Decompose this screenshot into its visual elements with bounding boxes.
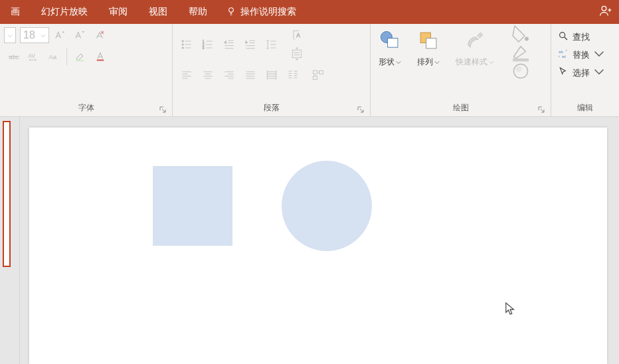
svg-rect-65 xyxy=(313,76,317,80)
shape-fill-button[interactable] xyxy=(509,27,533,41)
svg-point-8 xyxy=(182,41,184,43)
strikethrough-button[interactable]: abc xyxy=(4,48,23,65)
tell-me-label: 操作说明搜索 xyxy=(240,6,296,18)
svg-text:ab: ab xyxy=(559,50,563,54)
slide-thumbnail-panel[interactable] xyxy=(0,117,20,364)
bullets-button[interactable] xyxy=(177,36,197,53)
separator xyxy=(66,48,67,65)
share-button[interactable] xyxy=(599,4,612,19)
group-editing: 查找 abac 替换 选择 编辑 xyxy=(551,24,619,116)
quick-styles-button[interactable]: 快速样式 xyxy=(452,27,498,70)
chevron-down-icon xyxy=(594,48,604,61)
font-color-button[interactable] xyxy=(91,48,110,65)
group-label-editing: 编辑 xyxy=(555,100,615,116)
font-size-value: 18 xyxy=(23,29,35,41)
svg-rect-64 xyxy=(319,70,323,74)
dialog-launcher-icon[interactable] xyxy=(537,106,545,114)
svg-rect-7 xyxy=(97,60,104,61)
numbering-button[interactable]: 123 xyxy=(198,36,218,53)
character-spacing-button[interactable]: AV xyxy=(24,48,43,65)
workspace xyxy=(0,117,619,364)
align-text-button[interactable] xyxy=(286,45,308,62)
replace-icon: abac xyxy=(558,48,569,61)
quick-styles-icon xyxy=(464,29,486,54)
find-button[interactable]: 查找 xyxy=(555,29,615,45)
group-label-drawing: 绘图 xyxy=(375,100,547,116)
group-label-paragraph: 段落 xyxy=(177,100,366,116)
shapes-button[interactable]: 形状 xyxy=(375,27,405,70)
svg-rect-63 xyxy=(313,70,317,74)
shape-rectangle[interactable] xyxy=(153,166,232,246)
chevron-down-icon xyxy=(41,29,46,41)
font-size-combo[interactable]: 18 xyxy=(20,27,49,43)
tab-animation[interactable]: 画 xyxy=(0,0,31,24)
tab-review[interactable]: 审阅 xyxy=(98,0,138,24)
decrease-font-button[interactable] xyxy=(70,27,89,44)
svg-point-0 xyxy=(229,7,234,12)
align-left-button[interactable] xyxy=(177,66,197,84)
line-spacing-button[interactable] xyxy=(262,36,282,53)
search-icon xyxy=(558,31,569,43)
svg-rect-6 xyxy=(76,60,84,61)
tab-help[interactable]: 帮助 xyxy=(178,0,218,24)
clear-formatting-button[interactable] xyxy=(90,27,109,44)
dialog-launcher-icon[interactable] xyxy=(159,106,167,114)
select-button[interactable]: 选择 xyxy=(555,65,615,80)
slide[interactable] xyxy=(29,128,607,364)
find-label: 查找 xyxy=(573,31,590,43)
align-center-button[interactable] xyxy=(198,66,218,84)
shape-effects-button[interactable] xyxy=(509,64,533,78)
slide-thumbnail[interactable] xyxy=(3,121,11,267)
svg-point-10 xyxy=(182,47,184,49)
svg-point-1 xyxy=(602,6,606,11)
select-label: 选择 xyxy=(573,67,590,79)
shapes-icon xyxy=(379,29,401,54)
svg-text:AV: AV xyxy=(29,53,36,59)
group-drawing: 形状 排列 快速样式 绘图 xyxy=(371,24,551,116)
svg-rect-67 xyxy=(388,39,398,48)
group-paragraph: 123 A 段落 xyxy=(173,24,371,116)
menu-bar: 画 幻灯片放映 审阅 视图 帮助 操作说明搜索 xyxy=(0,0,619,24)
group-label-font: 字体 xyxy=(4,100,168,116)
svg-point-74 xyxy=(560,33,565,38)
shape-circle[interactable] xyxy=(282,161,372,251)
svg-line-75 xyxy=(565,37,567,40)
ribbon: 18 abc AV Aa xyxy=(0,24,619,117)
tell-me-search[interactable]: 操作说明搜索 xyxy=(218,6,304,19)
svg-text:A: A xyxy=(296,32,300,39)
dialog-launcher-icon[interactable] xyxy=(357,106,365,114)
highlight-button[interactable] xyxy=(71,48,90,65)
chevron-down-icon xyxy=(434,58,440,67)
increase-font-button[interactable] xyxy=(50,27,69,44)
mouse-cursor-icon xyxy=(505,302,517,319)
align-right-button[interactable] xyxy=(219,66,239,84)
decrease-indent-button[interactable] xyxy=(219,36,239,53)
font-name-combo[interactable] xyxy=(4,27,16,43)
tab-view[interactable]: 视图 xyxy=(138,0,178,24)
lightbulb-icon xyxy=(226,6,236,19)
svg-text:ac: ac xyxy=(562,54,566,58)
replace-label: 替换 xyxy=(573,49,590,61)
columns-button[interactable] xyxy=(283,66,303,84)
chevron-down-icon xyxy=(7,29,13,41)
shape-outline-button[interactable] xyxy=(509,45,533,60)
replace-button[interactable]: abac 替换 xyxy=(555,47,615,62)
slide-canvas-area[interactable] xyxy=(20,117,619,364)
svg-text:Aa: Aa xyxy=(48,53,57,60)
chevron-down-icon xyxy=(594,66,604,79)
justify-button[interactable] xyxy=(240,66,260,84)
arrange-button[interactable]: 排列 xyxy=(413,27,444,70)
change-case-button[interactable]: Aa xyxy=(44,48,62,65)
text-direction-button[interactable]: A xyxy=(286,27,308,44)
svg-rect-32 xyxy=(292,50,301,58)
svg-point-9 xyxy=(182,44,184,46)
arrange-icon xyxy=(417,29,440,54)
tab-slideshow[interactable]: 幻灯片放映 xyxy=(31,0,98,24)
chevron-down-icon xyxy=(396,58,401,67)
distributed-button[interactable] xyxy=(262,66,282,84)
svg-point-73 xyxy=(516,66,522,72)
svg-text:3: 3 xyxy=(203,46,205,50)
svg-rect-69 xyxy=(426,39,436,48)
smartart-button[interactable] xyxy=(307,66,329,84)
increase-indent-button[interactable] xyxy=(240,36,260,53)
